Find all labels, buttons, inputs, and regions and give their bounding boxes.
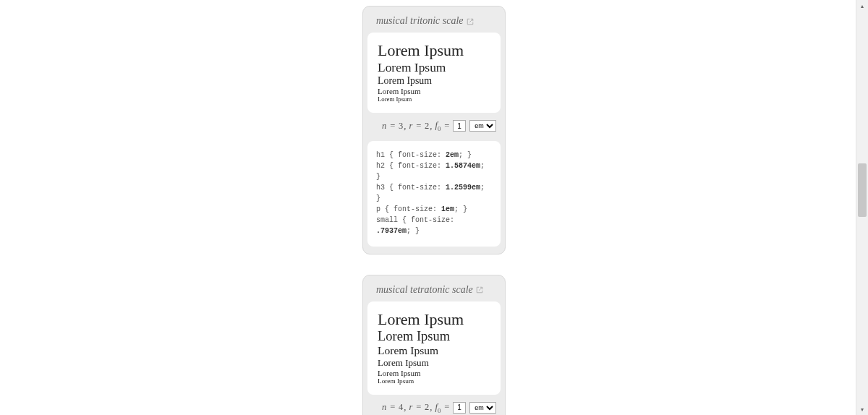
scroll-down-arrow[interactable]: ▾ bbox=[856, 403, 868, 415]
scale-card: musical tetratonic scaleLorem IpsumLorem… bbox=[362, 275, 506, 416]
n-value: 4 bbox=[399, 402, 403, 413]
n-value: 3 bbox=[399, 121, 403, 132]
r-value: 2 bbox=[425, 121, 429, 132]
type-sample-line: Lorem Ipsum bbox=[378, 357, 490, 369]
f0-input[interactable] bbox=[453, 402, 466, 414]
scale-card: musical tritonic scaleLorem IpsumLorem I… bbox=[362, 6, 506, 254]
f0-input[interactable] bbox=[453, 120, 466, 132]
css-rule-line: h2 { font-size: 1.5874em; } bbox=[376, 161, 493, 182]
type-sample-line: Lorem Ipsum bbox=[378, 60, 490, 75]
type-sample-line: Lorem Ipsum bbox=[378, 310, 490, 329]
css-rule-line: h3 { font-size: 1.2599em; } bbox=[376, 182, 493, 204]
formula-row: n = 3, r = 2, f0 = em bbox=[367, 113, 501, 137]
scroll-up-arrow[interactable]: ▴ bbox=[856, 0, 868, 12]
type-sample-box: Lorem IpsumLorem IpsumLorem IpsumLorem I… bbox=[367, 301, 501, 395]
type-sample-line: Lorem Ipsum bbox=[378, 75, 490, 87]
css-rule-line: small { font-size: .7937em; } bbox=[376, 215, 493, 236]
scale-title-link[interactable]: musical tritonic scale bbox=[376, 15, 464, 27]
type-sample-line: Lorem Ipsum bbox=[378, 87, 490, 95]
type-sample-line: Lorem Ipsum bbox=[378, 41, 490, 60]
unit-select[interactable]: em bbox=[469, 402, 496, 414]
type-sample-line: Lorem Ipsum bbox=[378, 377, 490, 385]
vertical-scrollbar[interactable]: ▴ ▾ bbox=[856, 0, 868, 415]
scale-title-link[interactable]: musical tetratonic scale bbox=[376, 284, 473, 296]
css-rule-line: h1 { font-size: 2em; } bbox=[376, 150, 493, 161]
type-sample-line: Lorem Ipsum bbox=[378, 95, 490, 103]
scroll-thumb[interactable] bbox=[858, 163, 867, 217]
type-sample-line: Lorem Ipsum bbox=[378, 344, 490, 357]
formula-row: n = 4, r = 2, f0 = em bbox=[367, 395, 501, 416]
type-sample-line: Lorem Ipsum bbox=[378, 369, 490, 377]
type-sample-line: Lorem Ipsum bbox=[378, 329, 490, 344]
external-link-icon bbox=[476, 284, 483, 296]
r-value: 2 bbox=[425, 402, 429, 413]
css-rule-line: p { font-size: 1em; } bbox=[376, 204, 493, 215]
css-output-box: h1 { font-size: 2em; }h2 { font-size: 1.… bbox=[367, 141, 501, 247]
unit-select[interactable]: em bbox=[469, 120, 496, 132]
type-sample-box: Lorem IpsumLorem IpsumLorem IpsumLorem I… bbox=[367, 33, 501, 113]
external-link-icon bbox=[467, 15, 474, 27]
